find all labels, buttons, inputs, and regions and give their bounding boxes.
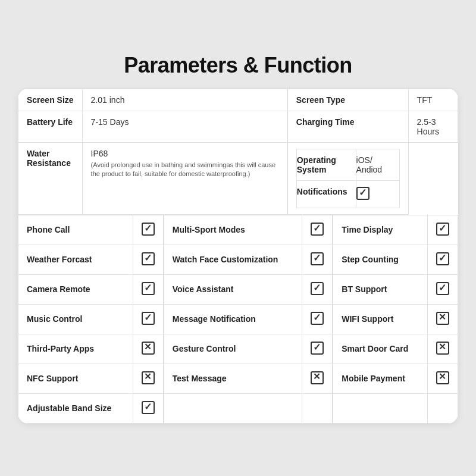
feature-row-5: NFC SupportTest MessageMobile Payment bbox=[18, 364, 458, 393]
feature-label-5-2: Mobile Payment bbox=[333, 364, 427, 393]
main-card: Screen Size 2.01 inch Screen Type TFT Ba… bbox=[18, 89, 458, 424]
notifications-label: Notifications bbox=[296, 180, 356, 208]
screen-size-label: Screen Size bbox=[18, 89, 83, 111]
feature-label-2-1: Voice Assistant bbox=[164, 274, 302, 304]
feature-label-6-1 bbox=[164, 393, 302, 423]
notifications-check bbox=[356, 180, 399, 208]
feature-label-0-2: Time Display bbox=[333, 215, 427, 245]
feature-check-5-0 bbox=[133, 364, 164, 393]
feature-label-0-0: Phone Call bbox=[18, 215, 133, 245]
feature-label-5-0: NFC Support bbox=[18, 364, 133, 393]
feature-check-2-1 bbox=[302, 274, 333, 304]
feature-check-0-0 bbox=[133, 215, 164, 245]
feature-check-2-2 bbox=[428, 274, 458, 304]
feature-label-2-2: BT Support bbox=[333, 274, 427, 304]
feature-label-3-2: WIFI Support bbox=[333, 304, 427, 334]
feature-check-5-1 bbox=[302, 364, 333, 393]
feature-check-2-0 bbox=[133, 274, 164, 304]
feature-check-1-2 bbox=[428, 245, 458, 274]
screen-size-value: 2.01 inch bbox=[82, 89, 287, 111]
feature-check-4-1 bbox=[302, 334, 333, 364]
feature-row-2: Camera RemoteVoice AssistantBT Support bbox=[18, 274, 458, 304]
battery-life-value: 7-15 Days bbox=[82, 111, 287, 142]
water-resistance-label: WaterResistance bbox=[18, 142, 83, 214]
charging-time-label: Charging Time bbox=[287, 111, 408, 142]
feature-label-6-2 bbox=[333, 393, 427, 423]
screen-type-value: TFT bbox=[408, 89, 458, 111]
feature-check-3-1 bbox=[302, 304, 333, 334]
feature-label-6-0: Adjustable Band Size bbox=[18, 393, 133, 423]
feature-row-6: Adjustable Band Size bbox=[18, 393, 458, 423]
feature-check-1-1 bbox=[302, 245, 333, 274]
feature-label-2-0: Camera Remote bbox=[18, 274, 133, 304]
os-value: iOS/ Andiod bbox=[356, 149, 399, 180]
battery-life-label: Battery Life bbox=[18, 111, 83, 142]
feature-check-0-2 bbox=[428, 215, 458, 245]
os-label: OperatingSystem bbox=[296, 149, 356, 180]
feature-row-3: Music ControlMessage NotificationWIFI Su… bbox=[18, 304, 458, 334]
feature-row-1: Weather ForcastWatch Face CustomizationS… bbox=[18, 245, 458, 274]
os-notifications-col: OperatingSystem iOS/ Andiod Notification… bbox=[287, 142, 408, 214]
feature-row-0: Phone CallMulti-Sport ModesTime Display bbox=[18, 215, 458, 245]
feature-check-1-0 bbox=[133, 245, 164, 274]
page-title: Parameters & Function bbox=[124, 53, 352, 78]
feature-label-4-0: Third-Party Apps bbox=[18, 334, 133, 364]
feature-check-4-0 bbox=[133, 334, 164, 364]
feature-label-5-1: Test Message bbox=[164, 364, 302, 393]
param-row-screen: Screen Size 2.01 inch Screen Type TFT bbox=[18, 89, 458, 111]
feature-label-4-1: Gesture Control bbox=[164, 334, 302, 364]
feature-check-6-0 bbox=[133, 393, 164, 423]
feature-label-1-0: Weather Forcast bbox=[18, 245, 133, 274]
param-row-water: WaterResistance IP68 (Avoid prolonged us… bbox=[18, 142, 458, 214]
feature-label-3-0: Music Control bbox=[18, 304, 133, 334]
feature-label-1-2: Step Counting bbox=[333, 245, 427, 274]
screen-type-label: Screen Type bbox=[287, 89, 408, 111]
waterproof-note: (Avoid prolonged use in bathing and swim… bbox=[91, 161, 278, 179]
charging-time-value: 2.5-3 Hours bbox=[408, 111, 458, 142]
feature-check-6-1 bbox=[302, 393, 333, 423]
feature-label-3-1: Message Notification bbox=[164, 304, 302, 334]
param-row-battery: Battery Life 7-15 Days Charging Time 2.5… bbox=[18, 111, 458, 142]
feature-check-3-2 bbox=[428, 304, 458, 334]
feature-label-4-2: Smart Door Card bbox=[333, 334, 427, 364]
feature-check-5-2 bbox=[428, 364, 458, 393]
feature-label-0-1: Multi-Sport Modes bbox=[164, 215, 302, 245]
feature-check-0-1 bbox=[302, 215, 333, 245]
feature-check-6-2 bbox=[428, 393, 458, 423]
feature-check-3-0 bbox=[133, 304, 164, 334]
feature-row-4: Third-Party AppsGesture ControlSmart Doo… bbox=[18, 334, 458, 364]
feature-check-4-2 bbox=[428, 334, 458, 364]
feature-label-1-1: Watch Face Customization bbox=[164, 245, 302, 274]
water-resistance-value: IP68 (Avoid prolonged use in bathing and… bbox=[82, 142, 287, 214]
